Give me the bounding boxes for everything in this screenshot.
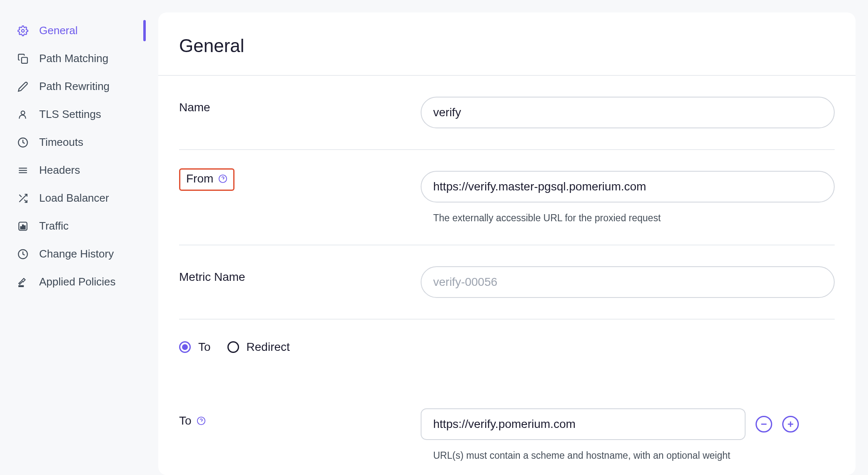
to-input[interactable] [421, 408, 746, 440]
field-row-metric-name: Metric Name [179, 245, 835, 320]
svg-point-0 [22, 29, 25, 32]
sidebar-item-path-matching[interactable]: Path Matching [0, 45, 146, 72]
radio-to-button [179, 341, 191, 353]
from-label: From [186, 172, 213, 185]
menu-icon [17, 164, 29, 177]
remove-to-button[interactable] [756, 416, 772, 432]
sidebar-item-traffic[interactable]: Traffic [0, 212, 146, 240]
help-icon[interactable] [218, 174, 227, 183]
shuffle-icon [17, 192, 29, 205]
help-icon[interactable] [197, 416, 206, 425]
main-panel: General Name From [158, 12, 856, 475]
radio-redirect-label: Redirect [247, 340, 290, 354]
sidebar-item-headers[interactable]: Headers [0, 156, 146, 184]
sidebar-item-tls-settings[interactable]: TLS Settings [0, 100, 146, 128]
sidebar-item-label: General [39, 24, 78, 37]
sidebar-item-label: Path Rewriting [39, 80, 110, 93]
metric-name-label: Metric Name [179, 266, 421, 284]
field-row-from: From The externally accessible URL for t… [179, 150, 835, 245]
sidebar-item-label: Change History [39, 248, 114, 260]
field-row-name: Name [179, 76, 835, 150]
sidebar-item-applied-policies[interactable]: Applied Policies [0, 268, 146, 296]
from-label-highlighted: From [179, 168, 234, 191]
gavel-icon [17, 276, 29, 288]
radio-to-label: To [198, 340, 211, 354]
svg-rect-11 [21, 227, 22, 229]
name-label: Name [179, 97, 421, 114]
svg-rect-12 [22, 225, 23, 229]
sidebar-item-label: Traffic [39, 220, 69, 232]
pencil-icon [17, 80, 29, 93]
to-helper-text: URL(s) must contain a scheme and hostnam… [421, 450, 835, 461]
add-to-button[interactable] [782, 416, 799, 432]
sidebar-item-change-history[interactable]: Change History [0, 240, 146, 268]
radio-group-to-redirect: To Redirect [179, 340, 835, 354]
svg-point-2 [21, 111, 25, 115]
from-helper-text: The externally accessible URL for the pr… [421, 212, 835, 224]
radio-to[interactable]: To [179, 340, 211, 354]
field-row-to: To [158, 393, 856, 461]
radio-redirect-button [227, 341, 239, 353]
sidebar-item-general[interactable]: General [0, 17, 146, 45]
sidebar-item-label: TLS Settings [39, 108, 101, 121]
copy-icon [17, 52, 29, 65]
radio-redirect[interactable]: Redirect [227, 340, 290, 354]
gear-icon [17, 25, 29, 37]
metric-name-input[interactable] [421, 266, 835, 298]
sidebar-item-label: Timeouts [39, 136, 83, 149]
clock-icon [17, 248, 29, 260]
sidebar-item-path-rewriting[interactable]: Path Rewriting [0, 72, 146, 100]
sidebar-item-label: Applied Policies [39, 275, 116, 288]
main-header: General [158, 12, 856, 76]
sidebar: General Path Matching Path Rewriting TLS… [0, 0, 146, 475]
to-label: To [179, 414, 192, 428]
clock-icon [17, 136, 29, 149]
sidebar-item-label: Headers [39, 164, 80, 177]
svg-rect-1 [22, 57, 27, 63]
svg-line-9 [19, 195, 21, 197]
page-title: General [179, 35, 835, 56]
from-input[interactable] [421, 171, 835, 202]
svg-rect-13 [24, 225, 25, 229]
to-redirect-section: To Redirect [158, 320, 856, 393]
sidebar-item-label: Load Balancer [39, 192, 109, 205]
sidebar-item-label: Path Matching [39, 52, 108, 65]
sidebar-item-timeouts[interactable]: Timeouts [0, 128, 146, 156]
sidebar-item-load-balancer[interactable]: Load Balancer [0, 184, 146, 212]
user-icon [17, 108, 29, 121]
name-input[interactable] [421, 97, 835, 128]
bar-chart-icon [17, 220, 29, 232]
to-label-with-help: To [179, 414, 421, 428]
